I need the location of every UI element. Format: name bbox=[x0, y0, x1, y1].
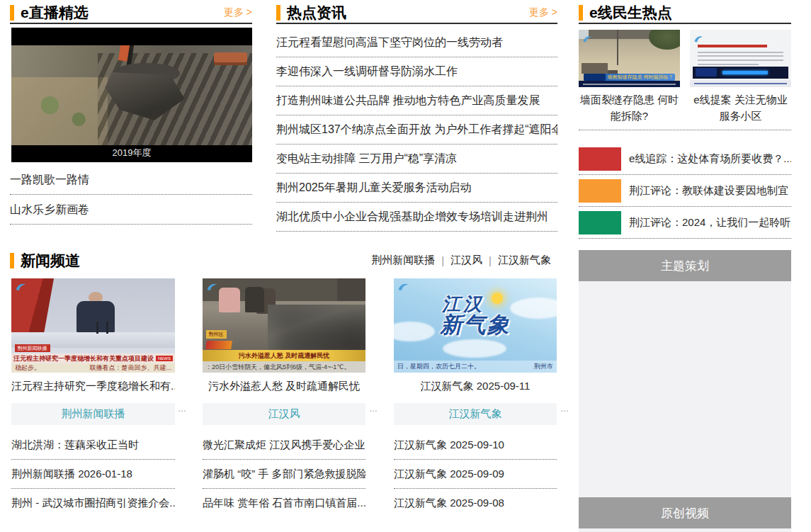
body-text-line bbox=[698, 52, 783, 53]
overflow-ellipsis: … bbox=[178, 404, 186, 413]
tab-jingzhou-news[interactable]: 荆州新闻联播 bbox=[365, 254, 441, 267]
more-link-live[interactable]: 更多 > bbox=[224, 6, 252, 19]
eline-track-item[interactable]: e线追踪：这处体育场所要收费？... bbox=[579, 143, 791, 175]
channel-list-item[interactable]: 湖北洪湖：莲藕采收正当时 bbox=[11, 431, 175, 460]
ticker-text-line bbox=[694, 83, 787, 84]
hot-news-item[interactable]: 荆州城区137个纳凉点全面开放 为户外工作者撑起“遮阳伞” bbox=[276, 115, 557, 145]
news-channel-tabs: 荆州新闻联播 | 江汉风 | 江汉新气象 bbox=[365, 254, 557, 267]
overflow-ellipsis: … bbox=[369, 404, 378, 413]
channel-list-item[interactable]: 微光汇聚成炬 江汉风携手爱心企业... bbox=[203, 431, 365, 460]
panel-header-original-video[interactable]: 原创视频 bbox=[579, 497, 791, 528]
eline-figure-caption[interactable]: 墙面裂缝存隐患 何时能拆除? bbox=[579, 91, 680, 124]
live-video-thumbnail[interactable]: 2019年度 bbox=[11, 28, 252, 162]
district-corner-tag: 荆州区 bbox=[206, 330, 227, 339]
panel-footer-strip bbox=[579, 528, 791, 532]
eline-figure-caption[interactable]: e线提案 关注无物业服务小区 bbox=[690, 91, 791, 124]
eline-thumbnail-wall[interactable]: 墙面裂缝存隐患 何时能拆除？ bbox=[579, 30, 680, 87]
lower-third-banner: 墙面裂缝存隐患 何时能拆除？ bbox=[584, 74, 675, 81]
cloud-shape bbox=[443, 339, 506, 358]
news-card-caption[interactable]: 江汉新气象 2025-09-11 bbox=[394, 380, 557, 395]
channel-list-item[interactable]: 荆州 - 武汉城市圈招商引资推介会... bbox=[11, 489, 175, 518]
station-logo-icon bbox=[582, 33, 593, 46]
section-title-eline: e线民生热点 bbox=[589, 5, 672, 20]
microphones-shape bbox=[96, 322, 98, 334]
eline-track-item[interactable]: 荆江评论：2024，让我们一起聆听... bbox=[579, 207, 791, 239]
channel-list-item[interactable]: 江汉新气象 2025-09-10 bbox=[394, 431, 557, 460]
section-title-news: 新闻频道 bbox=[21, 253, 80, 268]
section-title-live: e直播精选 bbox=[21, 5, 89, 20]
lower-third-banner bbox=[693, 67, 788, 79]
water-shape bbox=[11, 77, 108, 145]
channel-list-item[interactable]: 江汉新气象 2025-09-09 bbox=[394, 460, 557, 489]
news-card-caption[interactable]: 污水外溢惹人愁 及时疏通解民忧 bbox=[203, 380, 365, 395]
ticker-right-text: 荆州市 bbox=[534, 362, 553, 371]
news-card-channel-label[interactable]: 荆州新闻联播 bbox=[11, 403, 175, 425]
hot-news-item[interactable]: 湖北优质中小企业合规强基助企增效专场培训走进荆州 bbox=[276, 203, 557, 232]
hot-news-item[interactable]: 打造荆州味道公共品牌 推动地方特色产业高质量发展 bbox=[276, 86, 557, 115]
channel-list-item[interactable]: 品年味 赏年俗 石首市南口镇首届... bbox=[203, 489, 365, 518]
video-caption: 2019年度 bbox=[11, 147, 252, 159]
accent-bar bbox=[10, 253, 14, 268]
right-rail-panel: 主题策划 原创视频 bbox=[579, 250, 791, 532]
tab-jianghan-feng[interactable]: 江汉风 bbox=[444, 254, 489, 267]
video-frame bbox=[11, 45, 252, 145]
station-logo-icon bbox=[15, 282, 27, 295]
ticker-strip: ：20日小雪转阴天，偏北风5到6级，气温-4~-1℃。 bbox=[203, 361, 365, 373]
track-label: 荆江评论：2024，让我们一起聆听... bbox=[629, 216, 791, 230]
track-color-block bbox=[579, 179, 621, 203]
station-logo-icon bbox=[397, 282, 409, 295]
tab-jianghan-weather[interactable]: 江汉新气象 bbox=[492, 254, 557, 267]
live-list-item[interactable]: 一路凯歌一路情 bbox=[10, 166, 252, 195]
show-logo: 江汉 新气象 bbox=[394, 295, 557, 337]
live-list-item[interactable]: 山水乐乡新画卷 bbox=[10, 196, 252, 225]
more-link-hot[interactable]: 更多 > bbox=[529, 6, 557, 19]
news-card-channel-label[interactable]: 江汉风 bbox=[203, 403, 365, 425]
track-label: e线追踪：这处体育场所要收费？... bbox=[629, 152, 791, 166]
headline-text-line bbox=[698, 45, 766, 47]
track-color-block bbox=[579, 147, 621, 171]
panel-header-theme[interactable]: 主题策划 bbox=[579, 250, 791, 281]
hot-news-item[interactable]: 汪元程看望慰问高温下坚守岗位的一线劳动者 bbox=[276, 28, 557, 57]
channel-list-item[interactable]: 江汉新气象 2025-09-08 bbox=[394, 489, 557, 518]
pole-shape bbox=[617, 30, 618, 65]
section-header-eline: e线民生热点 bbox=[579, 2, 791, 24]
ticker-left-text: 稳起步。 bbox=[15, 363, 40, 373]
news-card-channel-label[interactable]: 江汉新气象 bbox=[394, 403, 557, 425]
hot-news-item[interactable]: 李迎伟深入一线调研督导防溺水工作 bbox=[276, 57, 557, 86]
channel-list-item[interactable]: 荆州新闻联播 2026-01-18 bbox=[11, 460, 175, 489]
news-card-caption[interactable]: 汪元程主持研究一季度稳增长和有... bbox=[11, 380, 175, 395]
program-corner-tag: 荆州新闻联播 bbox=[15, 344, 50, 352]
scooters-shape bbox=[245, 287, 265, 312]
pink-scooter-shape bbox=[219, 288, 240, 312]
body-text-line bbox=[698, 60, 783, 61]
news-card-thumbnail-street[interactable]: 荆州区 污水外溢惹人愁 及时疏通解民忧 ：20日小雪转阴天，偏北风5到6级，气温… bbox=[203, 278, 365, 373]
station-logo-icon bbox=[693, 33, 704, 46]
banner-text: 汪元程主持研究一季度稳增长和有关重点项目建设工作 bbox=[13, 354, 154, 363]
hot-news-item[interactable]: 变电站主动排障 三万用户“稳”享清凉 bbox=[276, 145, 557, 174]
hot-news-item[interactable]: 荆州2025年暑期儿童关爱服务活动启动 bbox=[276, 174, 557, 203]
banner-text: 墙面裂缝存隐患 何时能拆除？ bbox=[606, 74, 675, 81]
lower-third-banner: 汪元程主持研究一季度稳增长和有关重点项目建设工作 NEWS bbox=[11, 353, 175, 363]
sewage-water-shape bbox=[268, 305, 365, 350]
ticker-left-text: 日，星期四，农历七月二十。 bbox=[397, 362, 480, 371]
section-header-hot: 热点资讯 更多 > bbox=[276, 2, 557, 24]
news-card-thumbnail-meeting[interactable]: 荆州新闻联播 汪元程主持研究一季度稳增长和有关重点项目建设工作 NEWS 稳起步… bbox=[11, 278, 175, 373]
channel-list-item[interactable]: 灌肠机 “咬” 手 多部门紧急救援脱险 bbox=[203, 460, 365, 489]
news-card-thumbnail-weather[interactable]: 江汉 新气象 日，星期四，农历七月二十。 荆州市 bbox=[394, 278, 557, 373]
program-logo-chip bbox=[584, 74, 606, 81]
ticker-right-text: 联播看点：楚商回乡、共建... bbox=[89, 363, 171, 373]
show-logo-line1: 江汉 bbox=[394, 295, 533, 314]
ticker-text-line bbox=[583, 84, 676, 85]
banner-highlight bbox=[722, 71, 769, 74]
news-portal-page: e直播精选 更多 > 2019年度 一路凯歌一路情 山水乐乡新画卷 热点资讯 更… bbox=[0, 0, 811, 532]
ticker-strip bbox=[579, 81, 680, 87]
eline-track-item[interactable]: 荆江评论：教联体建设要因地制宜 bbox=[579, 175, 791, 207]
document-page-shape bbox=[690, 30, 791, 87]
body-text-line bbox=[698, 55, 783, 57]
program-logo-chip bbox=[205, 341, 232, 349]
panel-body bbox=[579, 281, 791, 497]
track-label: 荆江评论：教联体建设要因地制宜 bbox=[629, 184, 788, 198]
ticker-strip: 日，星期四，农历七月二十。 荆州市 bbox=[394, 361, 557, 373]
eline-thumbnail-document[interactable] bbox=[690, 30, 791, 87]
accent-bar bbox=[579, 5, 583, 21]
